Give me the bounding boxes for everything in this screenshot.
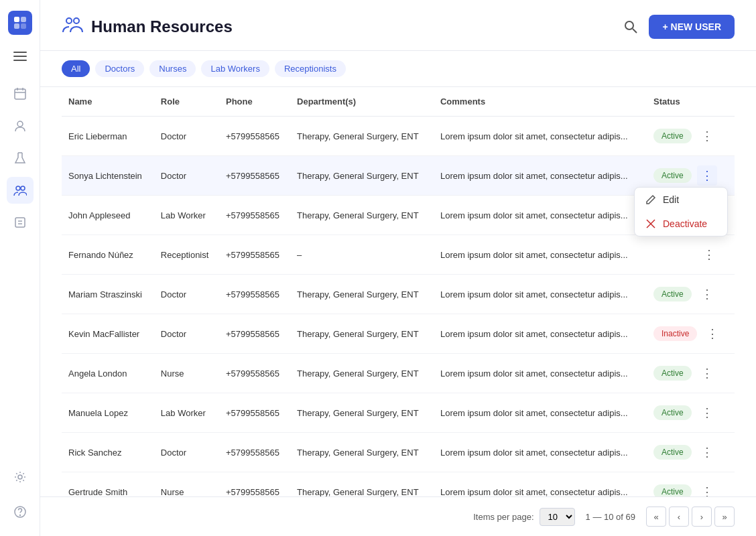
more-options-button[interactable]: ⋮ (697, 363, 717, 383)
col-phone: Phone (219, 87, 290, 117)
first-page-button[interactable]: « (646, 507, 666, 527)
cell-comments: Lorem ipsum dolor sit amet, consectetur … (434, 117, 647, 156)
deactivate-label: Deactivate (663, 218, 707, 229)
dropdown-menu: Edit Deactivate (634, 187, 728, 237)
cell-name: Eric Lieberman (62, 117, 154, 156)
cell-departments: Therapy, General Surgery, ENT (290, 275, 434, 314)
svg-rect-5 (13, 56, 27, 57)
cell-comments: Lorem ipsum dolor sit amet, consectetur … (434, 196, 647, 235)
sidebar-item-help[interactable] (7, 498, 34, 525)
edit-menu-item[interactable]: Edit (635, 188, 727, 212)
svg-rect-7 (15, 89, 25, 99)
main-content: Human Resources + NEW USER All Doctors N… (40, 0, 756, 536)
items-per-page-label: Items per page: (473, 512, 533, 522)
cell-role: Lab Worker (154, 196, 219, 235)
cell-role: Nurse (154, 354, 219, 393)
more-options-button[interactable]: ⋮ (697, 442, 717, 462)
status-badge: Active (653, 287, 692, 302)
table-row: Gertrude Smith Nurse +5799558565 Therapy… (62, 472, 735, 497)
col-comments: Comments (434, 87, 647, 117)
more-options-button[interactable]: ⋮ (702, 324, 722, 344)
cell-status: Active ⋮ (647, 433, 735, 472)
cell-comments: Lorem ipsum dolor sit amet, consectetur … (434, 354, 647, 393)
svg-rect-3 (21, 23, 26, 29)
status-cell: Active ⋮ (653, 126, 728, 146)
filter-tab-nurses[interactable]: Nurses (149, 60, 196, 77)
status-cell: Active ⋮ (653, 284, 728, 304)
cell-phone: +5799558565 (219, 275, 290, 314)
status-cell: Active ⋮ (653, 482, 728, 496)
cell-departments: Therapy, General Surgery, ENT (290, 117, 434, 156)
page-title: Human Resources (91, 17, 233, 36)
filter-tab-receptionists[interactable]: Receptionists (275, 60, 346, 77)
prev-page-button[interactable]: ‹ (669, 507, 689, 527)
footer: Items per page: 10 25 50 1 — 10 of 69 « … (40, 496, 756, 536)
cell-comments: Lorem ipsum dolor sit amet, consectetur … (434, 314, 647, 354)
cell-departments: Therapy, General Surgery, ENT (290, 472, 434, 497)
sidebar-item-lab[interactable] (7, 145, 34, 172)
cell-role: Receptionist (154, 235, 219, 275)
users-table: Name Role Phone Department(s) Comments S… (62, 87, 735, 496)
status-badge: Active (653, 366, 692, 381)
filter-tab-doctors[interactable]: Doctors (95, 60, 144, 77)
cell-status: Active ⋮ Edit (647, 156, 735, 196)
cell-name: John Appleseed (62, 196, 154, 235)
sidebar-item-appointments[interactable] (7, 80, 34, 107)
filter-tab-all[interactable]: All (62, 60, 90, 77)
status-cell: ⋮ (653, 245, 728, 265)
new-user-button[interactable]: + NEW USER (649, 15, 735, 39)
deactivate-menu-item[interactable]: Deactivate (635, 212, 727, 236)
svg-rect-1 (21, 17, 26, 22)
more-options-button[interactable]: ⋮ (697, 482, 717, 496)
cell-comments: Lorem ipsum dolor sit amet, consectetur … (434, 156, 647, 196)
header-left: Human Resources (62, 13, 233, 40)
sidebar-item-settings[interactable] (7, 464, 34, 490)
more-options-button[interactable]: ⋮ (697, 284, 717, 304)
cell-name: Kevin MacFallister (62, 314, 154, 354)
cell-departments: Therapy, General Surgery, ENT (290, 196, 434, 235)
svg-rect-4 (13, 52, 27, 53)
sidebar-item-hr[interactable] (7, 177, 34, 204)
table-row: Kevin MacFallister Doctor +5799558565 Th… (62, 314, 735, 354)
cell-status: Active ⋮ (647, 117, 735, 156)
more-options-button[interactable]: ⋮ (697, 165, 717, 186)
pagination-range: 1 — 10 of 69 (586, 512, 635, 522)
sidebar-item-reports[interactable] (7, 209, 34, 236)
svg-point-11 (17, 121, 23, 127)
table-row: Manuela Lopez Lab Worker +5799558565 The… (62, 393, 735, 433)
filter-tab-lab-workers[interactable]: Lab Workers (201, 60, 269, 77)
svg-point-18 (18, 475, 22, 479)
status-badge: Active (653, 168, 692, 183)
status-cell: Active ⋮ Edit (653, 165, 728, 186)
sidebar-item-menu[interactable] (7, 43, 34, 70)
svg-point-14 (21, 186, 25, 190)
cell-comments: Lorem ipsum dolor sit amet, consectetur … (434, 275, 647, 314)
per-page-select[interactable]: 10 25 50 (540, 508, 575, 526)
table-row: Mariam Straszinski Doctor +5799558565 Th… (62, 275, 735, 314)
svg-rect-0 (14, 17, 19, 22)
more-options-button[interactable]: ⋮ (699, 245, 719, 265)
cell-role: Doctor (154, 433, 219, 472)
search-button[interactable] (623, 19, 638, 34)
cell-phone: +5799558565 (219, 354, 290, 393)
cell-name: Gertrude Smith (62, 472, 154, 497)
svg-rect-2 (14, 23, 19, 29)
next-page-button[interactable]: › (692, 507, 712, 527)
col-name: Name (62, 87, 154, 117)
status-badge: Active (653, 405, 692, 420)
table-container: Name Role Phone Department(s) Comments S… (40, 87, 756, 496)
cell-name: Sonya Lichtenstein (62, 156, 154, 196)
last-page-button[interactable]: » (714, 507, 735, 527)
more-options-button[interactable]: ⋮ (697, 126, 717, 146)
more-options-button[interactable]: ⋮ (697, 403, 717, 423)
cell-phone: +5799558565 (219, 314, 290, 354)
sidebar-item-patients[interactable] (7, 113, 34, 139)
table-body: Eric Lieberman Doctor +5799558565 Therap… (62, 117, 735, 497)
cell-status: Active ⋮ (647, 354, 735, 393)
cell-departments: Therapy, General Surgery, ENT (290, 156, 434, 196)
cell-departments: Therapy, General Surgery, ENT (290, 354, 434, 393)
svg-rect-15 (15, 218, 25, 227)
table-row: Rick Sanchez Doctor +5799558565 Therapy,… (62, 433, 735, 472)
cell-phone: +5799558565 (219, 117, 290, 156)
cell-name: Mariam Straszinski (62, 275, 154, 314)
